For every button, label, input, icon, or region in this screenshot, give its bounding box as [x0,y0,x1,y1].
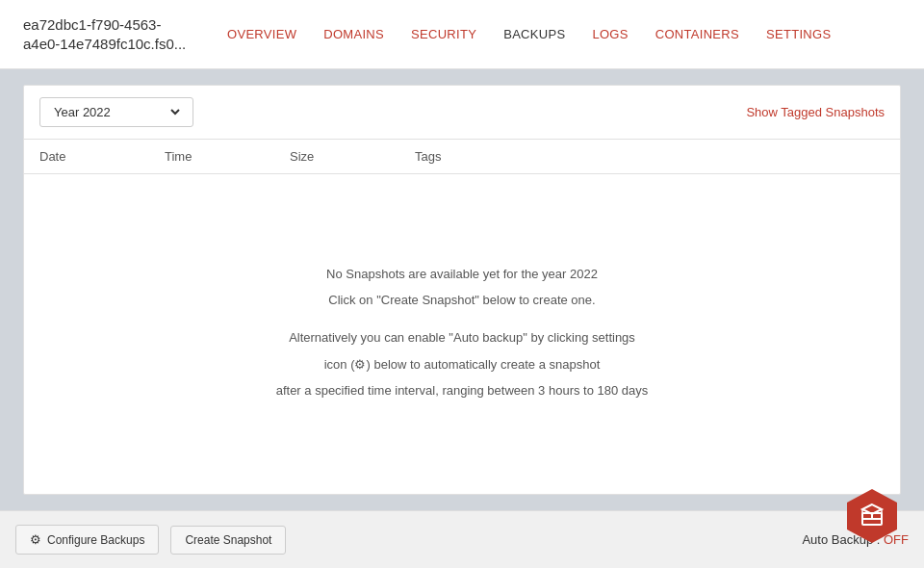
year-dropdown[interactable]: Year 2022 Year 2021 Year 2023 [50,104,183,120]
show-tagged-button[interactable]: Show Tagged Snapshots [746,105,885,119]
empty-line-2: Click on "Create Snapshot" below to crea… [276,289,649,311]
nav-settings[interactable]: SETTINGS [766,27,831,41]
year-select[interactable]: Year 2022 Year 2021 Year 2023 [39,97,193,127]
filter-row: Year 2022 Year 2021 Year 2023 Show Tagge… [24,86,900,140]
main-content: Year 2022 Year 2021 Year 2023 Show Tagge… [0,69,924,510]
col-tags: Tags [415,149,885,164]
page-title: ea72dbc1-f790-4563- a4e0-14e7489fc10c.fs… [23,15,196,53]
hex-badge [843,487,901,545]
create-snapshot-label: Create Snapshot [185,533,271,547]
col-time: Time [165,149,290,164]
create-snapshot-button[interactable]: Create Snapshot [170,526,286,555]
table-body: No Snapshots are available yet for the y… [24,174,900,494]
empty-line-1: No Snapshots are available yet for the y… [276,263,649,285]
configure-backups-button[interactable]: ⚙ Configure Backups [15,525,159,555]
table-header: Date Time Size Tags [24,140,900,174]
col-size: Size [290,149,415,164]
gear-icon: ⚙ [30,532,41,547]
nav-overview[interactable]: OVERVIEW [227,27,296,41]
col-date: Date [39,149,165,164]
backups-card: Year 2022 Year 2021 Year 2023 Show Tagge… [23,85,901,495]
empty-line-5: after a specified time interval, ranging… [276,379,649,401]
empty-line-3: Alternatively you can enable "Auto backu… [276,326,649,349]
configure-backups-label: Configure Backups [47,533,144,547]
nav-backups[interactable]: BACKUPS [503,27,565,41]
nav-security[interactable]: SECURITY [411,27,476,41]
page-header: ea72dbc1-f790-4563- a4e0-14e7489fc10c.fs… [0,0,924,69]
nav-logs[interactable]: LOGS [592,27,628,41]
footer-bar: ⚙ Configure Backups Create Snapshot Auto… [0,510,924,568]
empty-state: No Snapshots are available yet for the y… [276,263,649,406]
nav-domains[interactable]: DOMAINS [323,27,384,41]
main-nav: OVERVIEW DOMAINS SECURITY BACKUPS LOGS C… [227,27,831,41]
nav-containers[interactable]: CONTAINERS [655,27,739,41]
empty-line-4: icon (⚙) below to automatically create a… [276,353,649,375]
